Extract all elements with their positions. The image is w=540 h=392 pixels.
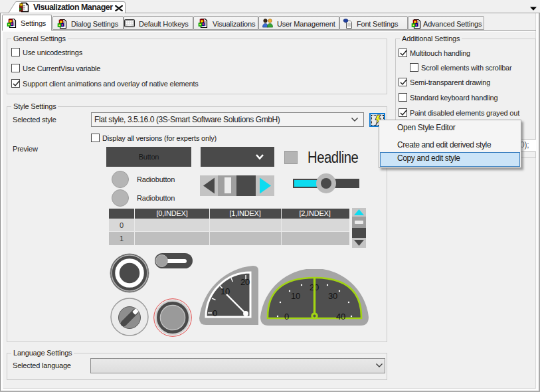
svg-text:0: 0	[284, 312, 289, 322]
svg-text:40: 40	[336, 312, 345, 322]
svg-text:10: 10	[291, 291, 300, 301]
svg-text:30: 30	[328, 291, 337, 301]
svg-text:20: 20	[240, 277, 250, 287]
svg-text:0: 0	[213, 308, 217, 318]
svg-text:10: 10	[221, 286, 230, 296]
